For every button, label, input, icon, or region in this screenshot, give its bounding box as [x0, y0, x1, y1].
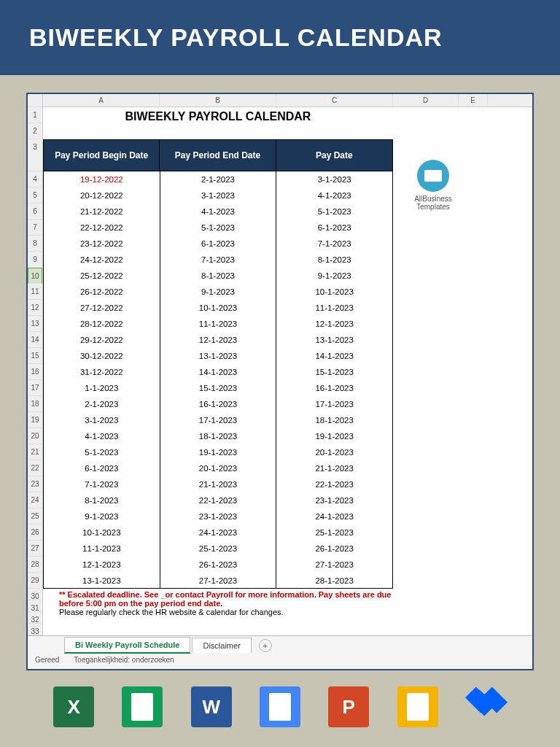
table-row[interactable]: 28-12-202211-1-202312-1-2023 [43, 316, 393, 332]
row-num-17[interactable]: 17 [28, 380, 42, 396]
cell-end[interactable]: 24-1-2023 [160, 525, 277, 541]
row-num-30[interactable]: 30 [28, 589, 42, 600]
row-num-1[interactable]: 1 [28, 107, 42, 123]
cell-pay[interactable]: 7-1-2023 [276, 236, 393, 252]
cell-begin[interactable]: 28-12-2022 [44, 316, 160, 332]
cell-begin[interactable]: 13-1-2023 [44, 573, 160, 588]
cell-pay[interactable]: 24-1-2023 [276, 508, 393, 525]
row-num-21[interactable]: 21 [28, 444, 42, 460]
cell-end[interactable]: 18-1-2023 [160, 428, 277, 444]
table-row[interactable]: 13-1-202327-1-202328-1-2023 [43, 573, 393, 589]
cell-end[interactable]: 13-1-2023 [160, 348, 277, 364]
cell-begin[interactable]: 19-12-2022 [44, 171, 160, 187]
table-row[interactable]: 26-12-20229-1-202310-1-2023 [43, 284, 393, 300]
word-icon[interactable]: W [185, 681, 238, 733]
cell-pay[interactable]: 21-1-2023 [276, 460, 393, 476]
table-row[interactable]: 30-12-202213-1-202314-1-2023 [43, 348, 393, 364]
row-num-15[interactable]: 15 [28, 348, 42, 364]
cell-end[interactable]: 12-1-2023 [160, 332, 277, 348]
cell-begin[interactable]: 8-1-2023 [44, 492, 160, 508]
cell-pay[interactable]: 8-1-2023 [276, 252, 393, 268]
cell-pay[interactable]: 12-1-2023 [276, 316, 393, 332]
cell-end[interactable]: 17-1-2023 [160, 412, 277, 428]
cell-end[interactable]: 4-1-2023 [160, 204, 277, 220]
col-d[interactable]: D [393, 94, 459, 107]
col-a[interactable]: A [43, 94, 160, 107]
cell-end[interactable]: 19-1-2023 [160, 444, 277, 460]
cell-begin[interactable]: 1-1-2023 [44, 380, 160, 396]
table-row[interactable]: 23-12-20226-1-20237-1-2023 [43, 236, 393, 252]
cell-pay[interactable]: 16-1-2023 [276, 380, 393, 396]
table-row[interactable]: 7-1-202321-1-202322-1-2023 [43, 476, 393, 492]
row-num-26[interactable]: 26 [28, 525, 42, 541]
row-num-13[interactable]: 13 [28, 316, 42, 332]
table-row[interactable]: 3-1-202317-1-202318-1-2023 [43, 412, 393, 428]
cell-pay[interactable]: 19-1-2023 [276, 428, 393, 444]
table-row[interactable]: 29-12-202212-1-202313-1-2023 [43, 332, 393, 348]
cell-begin[interactable]: 22-12-2022 [44, 220, 160, 236]
tab-disclaimer[interactable]: Disclaimer [192, 638, 251, 653]
row-num-32[interactable]: 32 [28, 612, 42, 624]
cell-pay[interactable]: 18-1-2023 [276, 412, 393, 428]
cell-end[interactable]: 11-1-2023 [160, 316, 277, 332]
cell-begin[interactable]: 10-1-2023 [44, 525, 160, 541]
cell-end[interactable]: 15-1-2023 [160, 380, 277, 396]
cell-pay[interactable]: 20-1-2023 [276, 444, 393, 460]
cell-end[interactable]: 5-1-2023 [160, 220, 277, 236]
row-num-5[interactable]: 5 [28, 187, 42, 204]
row-num-24[interactable]: 24 [28, 492, 42, 508]
cell-end[interactable]: 25-1-2023 [160, 541, 277, 557]
table-row[interactable]: 24-12-20227-1-20238-1-2023 [43, 252, 393, 268]
row-num-2[interactable]: 2 [28, 123, 42, 139]
cell-begin[interactable]: 6-1-2023 [44, 460, 160, 476]
cell-pay[interactable]: 27-1-2023 [276, 557, 393, 573]
new-sheet-button[interactable]: + [259, 639, 272, 652]
table-row[interactable]: 25-12-20228-1-20239-1-2023 [43, 268, 393, 284]
cell-end[interactable]: 9-1-2023 [160, 284, 277, 300]
col-c[interactable]: C [276, 94, 393, 107]
cell-end[interactable]: 7-1-2023 [160, 252, 277, 268]
cell-begin[interactable]: 24-12-2022 [44, 252, 160, 268]
row-num-25[interactable]: 25 [28, 508, 42, 525]
cell-end[interactable]: 21-1-2023 [160, 476, 277, 492]
cell-pay[interactable]: 9-1-2023 [276, 268, 393, 284]
cell-begin[interactable]: 25-12-2022 [44, 268, 160, 284]
row-num-11[interactable]: 11 [28, 284, 42, 300]
excel-icon[interactable]: X [47, 681, 100, 733]
cell-pay[interactable]: 5-1-2023 [276, 204, 393, 220]
row-num-12[interactable]: 12 [28, 300, 42, 316]
cell-pay[interactable]: 22-1-2023 [276, 476, 393, 492]
cell-begin[interactable]: 29-12-2022 [44, 332, 160, 348]
cell-pay[interactable]: 25-1-2023 [276, 525, 393, 541]
cell-pay[interactable]: 26-1-2023 [276, 541, 393, 557]
row-num-9[interactable]: 9 [28, 252, 42, 268]
table-row[interactable]: 12-1-202326-1-202327-1-2023 [43, 557, 393, 573]
cell-pay[interactable]: 4-1-2023 [276, 187, 393, 204]
cell-end[interactable]: 23-1-2023 [160, 508, 277, 525]
table-row[interactable]: 20-12-20223-1-20234-1-2023 [43, 187, 393, 204]
table-row[interactable]: 11-1-202325-1-202326-1-2023 [43, 541, 393, 557]
table-row[interactable]: 27-12-202210-1-202311-1-2023 [43, 300, 393, 316]
cell-pay[interactable]: 23-1-2023 [276, 492, 393, 508]
tab-schedule[interactable]: Bi Weekly Payroll Schedule [64, 637, 190, 654]
cell-begin[interactable]: 23-12-2022 [44, 236, 160, 252]
cell-end[interactable]: 6-1-2023 [160, 236, 277, 252]
row-num-22[interactable]: 22 [28, 460, 42, 476]
row-num-10[interactable]: 10 [28, 268, 42, 284]
cell-end[interactable]: 2-1-2023 [160, 171, 277, 187]
cell-begin[interactable]: 4-1-2023 [44, 428, 160, 444]
sheets-icon[interactable] [116, 681, 168, 733]
cell-pay[interactable]: 11-1-2023 [276, 300, 393, 316]
cell-pay[interactable]: 6-1-2023 [276, 220, 393, 236]
row-num-3[interactable]: 3 [28, 139, 42, 171]
cell-end[interactable]: 3-1-2023 [160, 187, 277, 204]
row-num-18[interactable]: 18 [28, 396, 42, 412]
cell-end[interactable]: 27-1-2023 [160, 573, 277, 588]
cell-begin[interactable]: 20-12-2022 [44, 187, 160, 204]
row-num-7[interactable]: 7 [28, 220, 42, 236]
table-row[interactable]: 6-1-202320-1-202321-1-2023 [43, 460, 393, 476]
row-num-28[interactable]: 28 [28, 557, 42, 573]
cell-pay[interactable]: 17-1-2023 [276, 396, 393, 412]
slides-icon[interactable] [392, 681, 444, 733]
row-num-29[interactable]: 29 [28, 573, 42, 589]
